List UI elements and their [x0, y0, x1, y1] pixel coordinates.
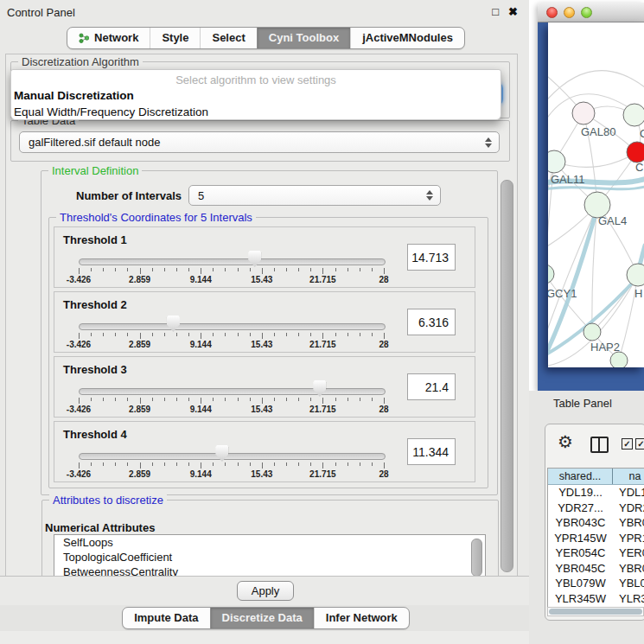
node-gal80[interactable]	[572, 102, 595, 124]
close-traffic-light-icon[interactable]	[546, 7, 558, 18]
table-data-combobox[interactable]: galFiltered.sif default node	[19, 131, 500, 153]
split-columns-icon[interactable]	[590, 437, 609, 453]
tab-network[interactable]: Network	[67, 28, 150, 48]
tick-label: 2.859	[129, 275, 150, 284]
tab-impute-data[interactable]: Impute Data	[123, 608, 209, 628]
tick-mark	[127, 333, 128, 336]
gear-icon[interactable]: ⚙	[558, 431, 573, 452]
node-h[interactable]	[627, 264, 644, 286]
column-header-name[interactable]: na	[613, 469, 644, 484]
table-row[interactable]: YBR043CYBR0	[548, 515, 644, 531]
network-canvas[interactable]: GAL80GACGAL11GAL4GCY1HHAP2	[548, 22, 644, 367]
tick-mark	[286, 462, 287, 466]
tick-mark	[176, 333, 177, 336]
table-row[interactable]: YER054CYER0	[548, 545, 644, 561]
tick-mark	[213, 398, 214, 401]
tick-mark	[384, 462, 385, 469]
table-row[interactable]: YDR27...YDR2	[548, 501, 644, 516]
tick-mark	[372, 398, 373, 401]
tick-mark	[79, 398, 80, 404]
attributes-listbox[interactable]: SelfLoopsTopologicalCoefficientBetweenne…	[54, 534, 486, 577]
tick-mark	[152, 462, 153, 466]
tab-style[interactable]: Style	[150, 28, 200, 48]
tick-mark	[322, 268, 323, 274]
node-table: shared... na YDL19...YDL1YDR27...YDR2YBR…	[547, 468, 644, 608]
popup-option-manual-discretization[interactable]: Manual Discretization	[11, 88, 501, 103]
tab-infer-network[interactable]: Infer Network	[314, 608, 409, 628]
tick-mark	[115, 462, 116, 466]
tick-mark	[103, 333, 104, 336]
tab-discretize-data[interactable]: Discretize Data	[210, 608, 314, 628]
tick-mark	[238, 268, 239, 271]
node-unlabeled[interactable]	[610, 352, 628, 367]
cell-name: YPR1	[613, 531, 644, 546]
tick-mark	[250, 462, 251, 466]
tick-mark	[360, 462, 360, 466]
tick-mark	[262, 462, 263, 469]
tick-label: 15.43	[251, 340, 272, 349]
bottom-tab-bar: Impute DataDiscretize DataInfer Network	[0, 605, 532, 631]
cell-shared-name: YER054C	[548, 545, 613, 561]
apply-button[interactable]: Apply	[237, 581, 294, 601]
table-hscrollbar-thumb[interactable]	[549, 609, 642, 615]
tick-mark	[103, 462, 104, 466]
network-graph: GAL80GACGAL11GAL4GCY1HHAP2	[548, 22, 644, 367]
tick-mark	[262, 268, 263, 274]
tick-mark	[201, 462, 201, 469]
threshold-panel-2: Threshold 2-3.4262.8599.14415.4321.71528…	[54, 291, 475, 353]
tab-cyni-toolbox[interactable]: Cyni Toolbox	[257, 28, 350, 48]
zoom-traffic-light-icon[interactable]	[581, 7, 592, 18]
tick-mark	[298, 462, 299, 466]
num-intervals-combobox[interactable]: 5	[188, 185, 441, 206]
table-hscrollbar[interactable]	[547, 607, 644, 616]
tick-mark	[262, 398, 263, 404]
threshold-label: Threshold 2	[63, 298, 127, 311]
table-row[interactable]: YPR145WYPR1	[548, 531, 644, 546]
threshold-value-field[interactable]: 14.713	[407, 244, 456, 271]
panel-scrollbar-thumb[interactable]	[501, 180, 513, 572]
tick-mark	[286, 398, 287, 401]
tick-mark	[310, 333, 311, 336]
list-item-topologicalcoefficient[interactable]: TopologicalCoefficient	[54, 550, 485, 564]
threshold-value-field[interactable]: 6.316	[407, 309, 456, 335]
checkbox-icon[interactable]: ✓	[635, 438, 644, 450]
list-scrollbar-thumb[interactable]	[471, 539, 482, 577]
table-row[interactable]: YBL079WYBL0	[548, 576, 644, 591]
slider-track[interactable]	[79, 453, 386, 460]
table-row[interactable]: YLR345WYLR3	[548, 591, 644, 607]
node-hap2[interactable]	[583, 323, 601, 341]
tick-mark	[250, 268, 251, 271]
threshold-value-field[interactable]: 11.344	[407, 438, 456, 465]
tick-mark	[225, 462, 226, 466]
tick-mark	[79, 333, 80, 339]
tick-mark	[91, 268, 92, 271]
node-gal11[interactable]	[548, 150, 565, 173]
table-row[interactable]: YDL19...YDL1	[548, 485, 644, 501]
node-ga[interactable]	[623, 104, 644, 126]
float-window-icon[interactable]: □	[492, 5, 499, 18]
node-c[interactable]	[627, 142, 644, 163]
slider-track[interactable]	[79, 258, 386, 265]
table-row[interactable]: YBR045CYBR0	[548, 561, 644, 577]
network-window-titlebar[interactable]	[538, 3, 644, 22]
tick-label: 2.859	[129, 469, 150, 479]
threshold-value-field[interactable]: 21.4	[407, 373, 456, 400]
popup-option-equal-width-frequency[interactable]: Equal Width/Frequency Discretization	[11, 105, 501, 119]
cell-name: YBR0	[613, 515, 644, 531]
cell-shared-name: YDR27...	[548, 501, 613, 516]
close-icon[interactable]: ✖	[508, 5, 518, 18]
slider-track[interactable]	[79, 388, 386, 395]
tick-mark	[298, 268, 299, 271]
checkbox-icon[interactable]: ✓	[622, 438, 633, 450]
network-window: GAL80GACGAL11GAL4GCY1HHAP2	[538, 3, 644, 391]
tick-mark	[238, 333, 239, 336]
minimize-traffic-light-icon[interactable]	[564, 7, 575, 18]
list-item-selfloops[interactable]: SelfLoops	[54, 535, 485, 550]
column-header-shared[interactable]: shared...	[548, 469, 613, 484]
tick-label: 9.144	[190, 469, 212, 479]
node-label: GAL80	[581, 125, 615, 138]
tab-jactivemnodules[interactable]: jActiveMNodules	[350, 28, 464, 48]
node-gcy1[interactable]	[548, 265, 554, 284]
slider-track[interactable]	[79, 323, 386, 330]
tab-select[interactable]: Select	[200, 28, 256, 48]
